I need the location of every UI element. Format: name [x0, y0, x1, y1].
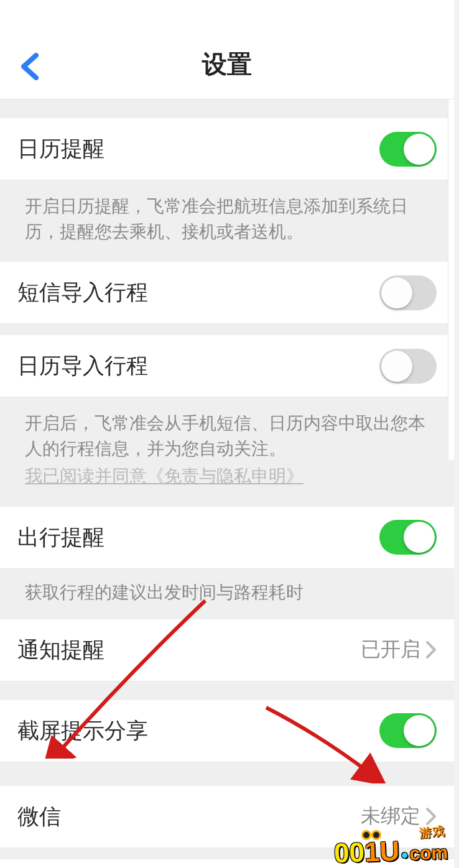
row-calendar-import[interactable]: 日历导入行程 [0, 335, 454, 397]
row-value: 已开启 [361, 636, 420, 663]
toggle-calendar-import[interactable] [379, 349, 437, 384]
scrollbar[interactable] [448, 99, 454, 460]
row-label: 出行提醒 [17, 523, 104, 552]
watermark-logo: 001U●com [333, 834, 448, 868]
toggle-screenshot-share[interactable] [379, 713, 437, 748]
note-calendar-reminder: 开启日历提醒，飞常准会把航班信息添加到系统日历，提醒您去乘机、接机或者送机。 [0, 180, 454, 262]
row-screenshot-share[interactable]: 截屏提示分享 [0, 700, 454, 762]
nav-bar: 设置 [0, 0, 454, 99]
note-travel-reminder: 获取行程的建议出发时间与路程耗时 [0, 569, 454, 619]
privacy-link[interactable]: 我已阅读并同意《免责与隐私申明》 [25, 464, 304, 489]
note-import-text: 开启后，飞常准会从手机短信、日历内容中取出您本人的行程信息，并为您自动关注。 [25, 413, 425, 458]
page-title: 设置 [0, 47, 454, 81]
row-label: 通知提醒 [17, 635, 104, 665]
row-label: 日历导入行程 [17, 351, 148, 381]
row-value: 未绑定 [361, 803, 420, 830]
row-travel-reminder[interactable]: 出行提醒 [0, 507, 454, 569]
toggle-calendar-reminder[interactable] [379, 132, 437, 167]
row-sms-import[interactable]: 短信导入行程 [0, 262, 454, 324]
toggle-sms-import[interactable] [379, 275, 437, 310]
row-label: 短信导入行程 [17, 278, 148, 307]
chevron-right-icon [425, 640, 437, 659]
row-calendar-reminder[interactable]: 日历提醒 [0, 118, 454, 180]
row-label: 日历提醒 [17, 134, 104, 164]
row-label: 截屏提示分享 [17, 716, 148, 746]
note-import: 开启后，飞常准会从手机短信、日历内容中取出您本人的行程信息，并为您自动关注。 我… [0, 397, 454, 507]
toggle-travel-reminder[interactable] [379, 520, 437, 555]
row-push-reminder[interactable]: 通知提醒 已开启 [0, 619, 454, 681]
row-label: 微信 [17, 802, 61, 831]
